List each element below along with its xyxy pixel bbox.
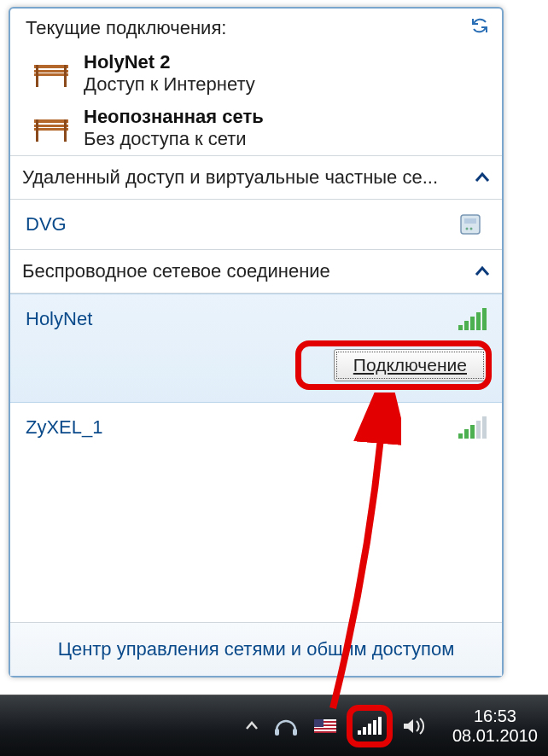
vpn-item-name: DVG [26, 213, 67, 236]
svg-rect-6 [34, 125, 68, 127]
svg-rect-9 [64, 119, 67, 142]
connection-text: Неопознанная сеть Без доступа к сети [84, 106, 264, 150]
svg-rect-36 [378, 717, 382, 735]
svg-rect-7 [34, 128, 68, 131]
wireless-section-header[interactable]: Беспроводное сетевое соединение [10, 249, 502, 294]
svg-rect-1 [34, 70, 68, 73]
volume-icon[interactable] [401, 715, 427, 737]
bench-icon [31, 111, 72, 145]
bench-icon [31, 56, 72, 90]
svg-rect-20 [464, 429, 469, 439]
svg-rect-31 [314, 719, 324, 727]
chevron-up-icon [475, 172, 490, 183]
svg-rect-22 [476, 421, 481, 439]
network-center-link[interactable]: Центр управления сетями и общим доступом [10, 622, 502, 676]
chevron-up-icon [475, 265, 490, 277]
connection-status: Без доступа к сети [84, 128, 264, 150]
svg-rect-2 [34, 73, 68, 76]
network-flyout: Текущие подключения: HolyNet 2 Доступ к … [9, 7, 504, 677]
language-flag-icon[interactable] [312, 715, 338, 737]
refresh-icon[interactable] [469, 15, 490, 36]
svg-rect-18 [482, 308, 487, 330]
modem-icon [458, 212, 487, 237]
taskbar: 16:53 08.01.2010 [0, 695, 548, 756]
current-connections-title: Текущие подключения: [26, 17, 226, 38]
connection-row: HolyNet 2 Доступ к Интернету [10, 46, 502, 101]
svg-rect-17 [476, 312, 481, 330]
vpn-section-header[interactable]: Удаленный доступ и виртуальные частные с… [10, 155, 502, 200]
svg-rect-25 [293, 729, 297, 736]
svg-point-13 [470, 228, 473, 230]
svg-rect-10 [461, 215, 480, 234]
system-tray: 16:53 08.01.2010 [244, 707, 538, 746]
wifi-item-holynet[interactable]: HolyNet Подключение [10, 294, 502, 403]
svg-rect-0 [34, 65, 68, 68]
svg-rect-5 [34, 119, 68, 123]
svg-rect-23 [482, 416, 487, 439]
svg-rect-16 [470, 317, 475, 330]
svg-rect-3 [36, 65, 38, 87]
svg-rect-4 [64, 65, 67, 87]
svg-rect-33 [363, 727, 366, 735]
svg-rect-15 [464, 321, 469, 330]
wifi-signal-icon [458, 306, 487, 332]
svg-rect-24 [275, 729, 279, 736]
section-label: Удаленный доступ и виртуальные частные с… [22, 166, 438, 189]
flyout-header: Текущие подключения: [10, 9, 502, 46]
svg-rect-30 [314, 730, 336, 731]
vpn-item-dvg[interactable]: DVG [10, 200, 502, 249]
svg-rect-14 [458, 325, 463, 330]
svg-rect-8 [36, 119, 38, 142]
wifi-name: HolyNet [26, 308, 92, 330]
clock-date: 08.01.2010 [452, 726, 538, 746]
wifi-item-zyxel[interactable]: ZyXEL_1 [10, 403, 502, 452]
connection-name: Неопознанная сеть [84, 106, 264, 128]
connection-name: HolyNet 2 [84, 51, 255, 73]
svg-rect-35 [373, 720, 376, 735]
network-signal-icon[interactable] [357, 713, 382, 736]
tray-overflow-icon[interactable] [244, 718, 259, 734]
svg-rect-32 [358, 730, 361, 735]
clock-time: 16:53 [452, 707, 538, 726]
svg-point-12 [466, 228, 469, 230]
connect-box: Подключение [26, 349, 487, 381]
svg-rect-19 [458, 433, 463, 439]
svg-rect-21 [470, 425, 475, 439]
connection-status: Доступ к Интернету [84, 73, 255, 96]
taskbar-clock[interactable]: 16:53 08.01.2010 [452, 707, 538, 746]
svg-rect-11 [464, 218, 476, 224]
section-label: Беспроводное сетевое соединение [22, 260, 330, 282]
connection-text: HolyNet 2 Доступ к Интернету [84, 51, 255, 96]
connect-button[interactable]: Подключение [334, 349, 487, 381]
headphones-icon[interactable] [273, 715, 299, 737]
connection-row: Неопознанная сеть Без доступа к сети [10, 101, 502, 155]
tray-network-wrapper [352, 710, 388, 742]
svg-rect-34 [368, 724, 371, 735]
wifi-signal-icon [458, 415, 487, 440]
wifi-name: ZyXEL_1 [26, 416, 103, 439]
